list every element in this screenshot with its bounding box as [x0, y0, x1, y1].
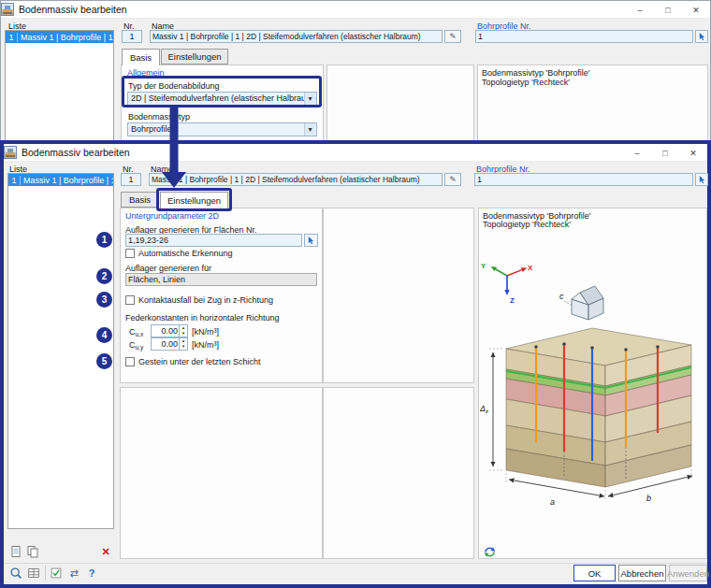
section-untergrund: Untergrundparameter 2D	[125, 211, 219, 221]
new-page-icon	[9, 545, 22, 558]
house-sketch	[572, 286, 603, 320]
defaults-button[interactable]	[48, 565, 65, 581]
svg-text:X: X	[528, 264, 533, 272]
copy-pages-icon	[26, 545, 39, 558]
top-dialog: Bodenmassiv bearbeiten – □ ✕ Liste 1 Mas…	[0, 0, 711, 142]
transfer-arrows-icon: ⇄	[69, 567, 78, 580]
toolbar-separator	[45, 566, 46, 581]
pick-arrow-icon	[698, 176, 706, 184]
cux-input[interactable]: 0.00 ▴ ▾	[151, 324, 188, 337]
tab-basis[interactable]: Basis	[121, 192, 159, 208]
select-boreholes-button[interactable]	[695, 30, 708, 43]
typ-dropdown[interactable]: 2D | Steifemodulverfahren (elastischer H…	[127, 92, 317, 106]
nr-field[interactable]: 1	[122, 30, 142, 43]
empty-panel	[326, 65, 474, 142]
cuy-input[interactable]: 0.00 ▴ ▾	[151, 337, 188, 351]
pick-arrow-icon	[698, 33, 706, 41]
label-c: c	[559, 292, 564, 301]
minimize-button[interactable]: –	[626, 1, 654, 19]
list-item-selected[interactable]: 1 Massiv 1 | Bohrprofile | 1 | 2D | S	[6, 31, 113, 43]
cux-stepper[interactable]: ▴ ▾	[179, 325, 187, 337]
cuy-unit: [kN/m³]	[192, 340, 219, 350]
axis-triad-icon: X Y Z	[481, 262, 533, 305]
ok-button[interactable]: OK	[573, 565, 616, 581]
empty-panel-mid-bottom	[323, 387, 474, 559]
select-boreholes-button[interactable]	[695, 173, 708, 186]
help-button[interactable]: ?	[83, 565, 100, 581]
close-button[interactable]: ✕	[679, 144, 707, 162]
transfer-button[interactable]: ⇄	[65, 565, 82, 581]
copy-item-button[interactable]	[25, 544, 40, 559]
zoom-button[interactable]	[7, 565, 24, 581]
annotation-badge-1: 1	[96, 232, 112, 248]
maximize-button[interactable]: □	[654, 1, 682, 19]
dim-dz-label: Δz	[480, 404, 488, 414]
delete-x-icon: ✕	[101, 546, 109, 558]
refresh-arrows-icon	[483, 545, 497, 559]
info-line-1: Bodenmassivtyp 'Bohrprofile'	[482, 68, 590, 78]
minimize-button[interactable]: –	[623, 144, 651, 162]
name-field[interactable]: Massiv 1 | Bohrprofile | 1 | 2D | Steife…	[149, 173, 443, 186]
typ-label: Typ der Bodenabbildung	[128, 81, 220, 91]
rock-checkbox[interactable]	[125, 357, 135, 366]
table-view-button[interactable]	[25, 565, 42, 581]
magnifier-icon	[8, 566, 23, 581]
tab-einstellungen[interactable]: Einstellungen	[160, 192, 228, 208]
empty-panel-left	[120, 387, 323, 559]
auto-detect-checkbox[interactable]	[125, 249, 135, 258]
pick-arrow-icon	[307, 237, 315, 245]
annotation-badge-5: 5	[96, 353, 112, 369]
list-item-selected[interactable]: 1 Massiv 1 | Bohrprofile | 1 | 2D | S	[8, 174, 113, 186]
massivtyp-dropdown[interactable]: Bohrprofile ▾	[127, 122, 317, 136]
annotation-badge-4: 4	[96, 327, 112, 343]
contact-failure-label[interactable]: Kontaktausfall bei Zug in z-Richtung	[138, 295, 273, 305]
table-icon	[26, 566, 41, 581]
section-allgemein: Allgemein	[127, 68, 165, 78]
select-surfaces-button[interactable]	[304, 234, 318, 247]
edit-name-button[interactable]: ✎	[444, 173, 461, 186]
auto-detect-label[interactable]: Automatische Erkennung	[138, 249, 233, 258]
chevron-down-icon[interactable]: ▾	[304, 123, 315, 136]
help-icon: ?	[89, 567, 95, 579]
cancel-button[interactable]: Abbrechen	[618, 565, 666, 581]
delete-item-button[interactable]: ✕	[98, 544, 113, 559]
massivtyp-label: Bodenmassivtyp	[128, 112, 190, 122]
apply-button: Anwenden	[669, 565, 707, 581]
step-down-icon[interactable]: ▾	[180, 331, 187, 337]
display-options-button[interactable]	[482, 544, 497, 559]
main-dialog: Bodenmassiv bearbeiten – □ ✕ Liste 1 Mas…	[0, 140, 711, 588]
dim-b-label: b	[646, 494, 651, 503]
edit-name-button[interactable]: ✎	[444, 30, 461, 43]
massif-listbox[interactable]: 1 Massiv 1 | Bohrprofile | 1 | 2D | S	[5, 30, 114, 141]
title-bar: Bodenmassiv bearbeiten – □ ✕	[1, 1, 710, 19]
surfaces-input[interactable]: 1,19,23-26	[125, 234, 302, 247]
app-icon	[4, 146, 17, 159]
annotation-badge-3: 3	[96, 292, 112, 308]
new-item-button[interactable]	[8, 544, 23, 559]
bohrprofile-field[interactable]: 1	[475, 30, 693, 43]
name-field[interactable]: Massiv 1 | Bohrprofile | 1 | 2D | Steife…	[150, 30, 443, 43]
cuy-stepper[interactable]: ▴ ▾	[179, 338, 187, 350]
soil-model-figure: X Y Z c	[480, 232, 706, 540]
step-down-icon[interactable]: ▾	[180, 344, 187, 350]
pencil-icon: ✎	[449, 175, 457, 184]
annotation-badge-2: 2	[96, 268, 112, 284]
contact-failure-checkbox[interactable]	[125, 295, 135, 305]
bohrprofile-field[interactable]: 1	[474, 173, 693, 186]
info-line-2: Topologietyp 'Rechteck'	[483, 220, 571, 229]
chevron-down-icon[interactable]: ▾	[304, 93, 315, 105]
tab-einstellungen[interactable]: Einstellungen	[161, 49, 228, 65]
nr-field[interactable]: 1	[121, 173, 141, 186]
close-button[interactable]: ✕	[682, 1, 710, 19]
tab-basis[interactable]: Basis	[122, 49, 160, 65]
soil-block	[506, 328, 691, 487]
rock-label[interactable]: Gestein unter der letzten Schicht	[138, 357, 261, 366]
cuy-label: Cu,y	[129, 340, 143, 351]
massif-listbox[interactable]: 1 Massiv 1 | Bohrprofile | 1 | 2D | S	[7, 173, 114, 529]
generate-for-field[interactable]: Flächen, Linien	[125, 273, 317, 286]
spring-section-label: Federkonstanten in horizontaler Richtung	[125, 313, 280, 323]
maximize-button[interactable]: □	[651, 144, 679, 162]
empty-panel-mid-top	[323, 208, 474, 383]
title-bar: Bodenmassiv bearbeiten – □ ✕	[4, 144, 707, 162]
cux-unit: [kN/m³]	[192, 327, 219, 337]
